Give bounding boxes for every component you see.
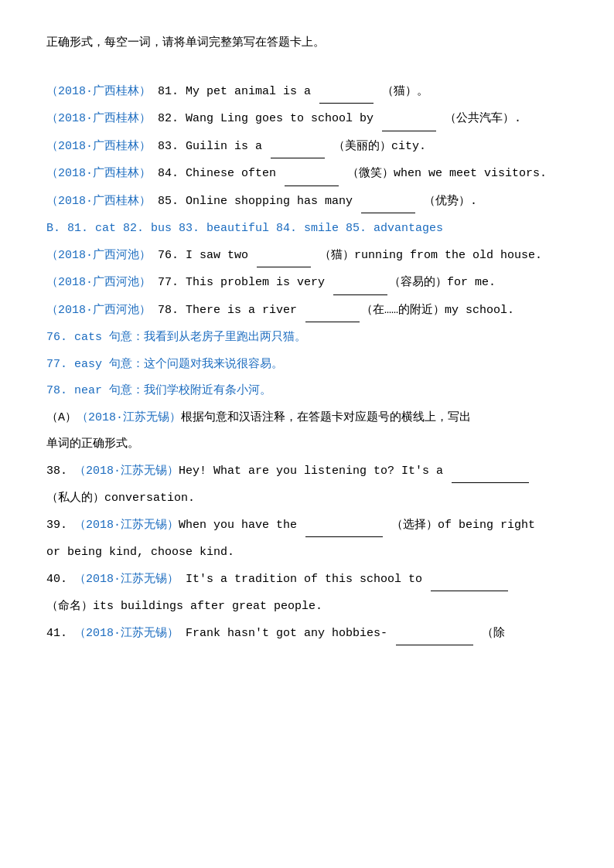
q83-number: 83. Guilin is a [158, 140, 269, 153]
section-a-prefix: （A） [46, 411, 77, 424]
q40-text: It's a tradition of this school to [179, 573, 429, 586]
q85: （2018·广西桂林） 85. Online shopping has many… [46, 191, 568, 214]
q38-hint: （私人的）conversation. [46, 492, 195, 505]
q39-text2: or being kind, choose kind. [46, 546, 234, 559]
q83-source: （2018·广西桂林） [46, 140, 151, 153]
q78: （2018·广西河池） 78. There is a river （在……的附近… [46, 300, 568, 323]
q85-hint: （优势）. [417, 195, 477, 208]
q81-blank [319, 81, 374, 104]
q83-hint: （美丽的）city. [326, 140, 426, 153]
answer-78-label: 句意： [109, 384, 144, 397]
answer-76-meaning: 我看到从老房子里跑出两只猫。 [144, 331, 306, 344]
q38: 38. （2018·江苏无锡）Hey! What are you listeni… [46, 461, 568, 484]
q39-blank [305, 515, 383, 538]
q40-source: （2018·江苏无锡） [74, 573, 179, 586]
q39-cont: or being kind, choose kind. [46, 542, 568, 564]
answer-78: 78. near 句意：我们学校附近有条小河。 [46, 380, 568, 403]
q84-blank [285, 163, 339, 186]
q38-blank [452, 461, 529, 484]
q41-hint: （除 [475, 627, 505, 640]
q85-source: （2018·广西桂林） [46, 195, 151, 208]
q77: （2018·广西河池） 77. This problem is very （容易… [46, 272, 568, 295]
section-a-intro: （A）（2018·江苏无锡）根据句意和汉语注释，在答题卡对应题号的横线上，写出 [46, 407, 568, 430]
answer-77-meaning: 这个问题对我来说很容易。 [144, 358, 283, 371]
q38-source: （2018·江苏无锡） [74, 465, 179, 478]
answer-77: 77. easy 句意：这个问题对我来说很容易。 [46, 354, 568, 376]
intro-text: 正确形式，每空一词，请将单词完整第写在答题卡上。 [46, 31, 568, 53]
q78-hint: （在……的附近）my school. [361, 304, 514, 317]
q39-hint: （选择）of being right [384, 519, 535, 532]
q77-hint: （容易的）for me. [389, 276, 496, 289]
q82: （2018·广西桂林） 82. Wang Ling goes to school… [46, 108, 568, 131]
q82-hint: （公共汽车）. [438, 112, 521, 125]
q76-hint: （猫）running from the old house. [312, 249, 542, 262]
q38-cont: （私人的）conversation. [46, 488, 568, 510]
q76: （2018·广西河池） 76. I saw two （猫）running fro… [46, 245, 568, 268]
answer-77-label: 句意： [109, 358, 144, 371]
q77-blank [333, 272, 387, 295]
q85-blank [361, 191, 415, 214]
q84-number: 84. Chinese often [158, 167, 283, 180]
q40-hint: （命名）its buildings after great people. [46, 600, 322, 613]
q39-text: When you have the [179, 519, 304, 532]
q83: （2018·广西桂林） 83. Guilin is a （美丽的）city. [46, 136, 568, 159]
section-a-intro2: 单词的正确形式。 [46, 434, 568, 456]
q85-number: 85. Online shopping has many [158, 195, 360, 208]
q76-source: （2018·广西河池） [46, 249, 151, 262]
q82-number: 82. Wang Ling goes to school by [158, 112, 380, 125]
answer-77-number: 77. easy [46, 358, 102, 371]
q78-blank [305, 300, 360, 323]
q84-source: （2018·广西桂林） [46, 167, 151, 180]
q41-blank [396, 623, 473, 646]
q76-blank [257, 245, 311, 268]
q82-source: （2018·广西桂林） [46, 112, 151, 125]
answer-76-number: 76. cats [46, 331, 102, 344]
q77-number: 77. This problem is very [158, 276, 332, 289]
q84: （2018·广西桂林） 84. Chinese often （微笑）when w… [46, 163, 568, 186]
q76-number: 76. I saw two [158, 249, 255, 262]
q40-number: 40. [46, 573, 74, 586]
section-a-text: 根据句意和汉语注释，在答题卡对应题号的横线上，写出 [181, 411, 471, 424]
q77-source: （2018·广西河池） [46, 276, 151, 289]
answer-78-number: 78. near [46, 384, 102, 397]
q41-text: Frank hasn't got any hobbies- [179, 627, 394, 640]
q38-number: 38. [46, 465, 74, 478]
q41-source: （2018·江苏无锡） [74, 627, 179, 640]
q78-source: （2018·广西河池） [46, 304, 151, 317]
q39-source: （2018·江苏无锡） [74, 519, 179, 532]
q84-hint: （微笑）when we meet visitors. [340, 167, 547, 180]
q83-blank [271, 136, 325, 159]
q40-blank [431, 569, 508, 592]
q40: 40. （2018·江苏无锡） It's a tradition of this… [46, 569, 568, 592]
q81-number: 81. My pet animal is a [158, 85, 318, 98]
answer-78-meaning: 我们学校附近有条小河。 [144, 384, 271, 397]
q41: 41. （2018·江苏无锡） Frank hasn't got any hob… [46, 623, 568, 646]
q82-blank [382, 108, 436, 131]
q81-source: （2018·广西桂林） [46, 85, 151, 98]
answer-76: 76. cats 句意：我看到从老房子里跑出两只猫。 [46, 327, 568, 349]
answer-76-label: 句意： [109, 331, 144, 344]
q81: （2018·广西桂林） 81. My pet animal is a （猫）。 [46, 81, 568, 104]
q39: 39. （2018·江苏无锡）When you have the （选择）of … [46, 515, 568, 538]
section-a-source: （2018·江苏无锡） [77, 411, 181, 424]
q39-number: 39. [46, 519, 74, 532]
q38-text: Hey! What are you listening to? It's a [179, 465, 450, 478]
q81-hint: （猫）。 [375, 85, 428, 98]
q78-number: 78. There is a river [158, 304, 304, 317]
q41-number: 41. [46, 627, 74, 640]
q40-cont: （命名）its buildings after great people. [46, 596, 568, 618]
answer-b: B. 81. cat 82. bus 83. beautiful 84. smi… [46, 218, 568, 240]
